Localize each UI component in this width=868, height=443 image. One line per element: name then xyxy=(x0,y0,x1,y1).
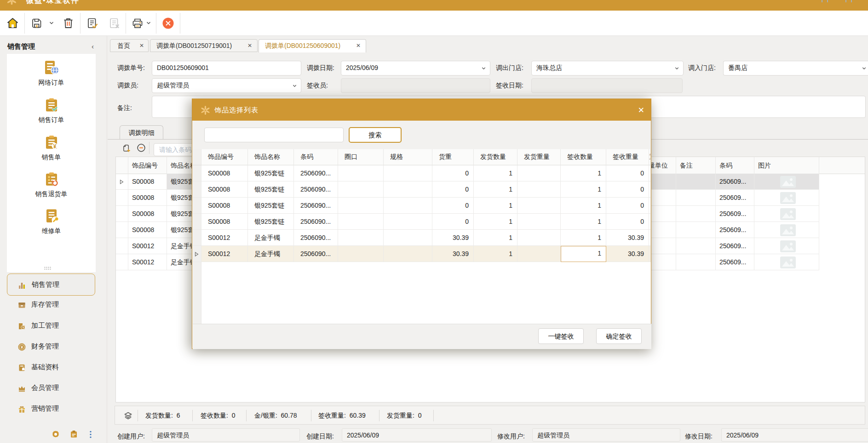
svg-text:¥: ¥ xyxy=(53,143,56,150)
svg-text:¥: ¥ xyxy=(21,345,23,350)
